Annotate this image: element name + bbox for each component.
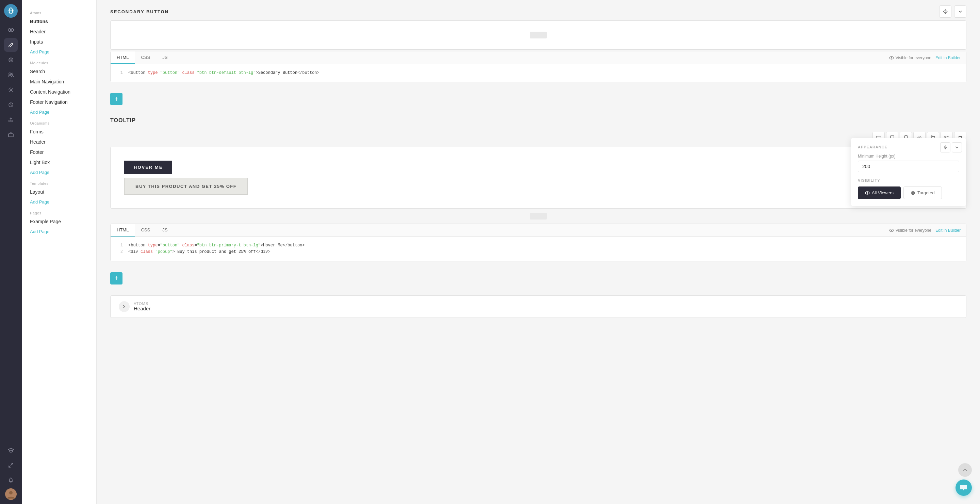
svg-point-28 — [945, 136, 946, 137]
svg-point-35 — [911, 191, 915, 195]
sidebar-item-layout[interactable]: Layout — [22, 187, 96, 197]
sidebar-item-footer-navigation[interactable]: Footer Navigation — [22, 97, 96, 107]
sidebar-item-settings[interactable] — [4, 83, 18, 97]
code-tabs-2: HTML CSS JS Visible for everyone Edit in… — [111, 224, 966, 237]
sidebar-item-example-page[interactable]: Example Page — [22, 216, 96, 227]
pin-button[interactable] — [939, 5, 951, 18]
sidebar-item-header-atom[interactable]: Header — [22, 27, 96, 37]
tab-css-2[interactable]: CSS — [135, 224, 156, 237]
sidebar-item-forms[interactable]: Forms — [22, 127, 96, 137]
tab-js-2[interactable]: JS — [156, 224, 173, 237]
svg-point-38 — [891, 230, 892, 231]
sidebar-item-eye[interactable] — [4, 23, 18, 37]
code-section-tooltip: HTML CSS JS Visible for everyone Edit in… — [110, 224, 966, 261]
add-component-button-1[interactable]: + — [110, 93, 123, 105]
sidebar-item-expand[interactable] — [4, 458, 18, 472]
svg-rect-13 — [8, 134, 13, 137]
sidebar-item-bell[interactable] — [4, 473, 18, 487]
edit-in-builder-link-2[interactable]: Edit in Builder — [935, 228, 966, 233]
svg-point-4 — [10, 29, 12, 31]
sidebar-item-main-navigation[interactable]: Main Navigation — [22, 76, 96, 87]
sidebar-item-lightbox[interactable]: Light Box — [22, 157, 96, 167]
sidebar-item-target[interactable] — [4, 53, 18, 67]
tab-js-1[interactable]: JS — [156, 51, 173, 64]
tooltip-title: TOOLTIP — [110, 118, 966, 124]
secondary-button-preview — [110, 21, 966, 50]
panel-chevron-button[interactable] — [952, 142, 962, 153]
sidebar-item-portfolio[interactable] — [4, 128, 18, 142]
add-component-button-2[interactable]: + — [110, 272, 123, 285]
tab-css-1[interactable]: CSS — [135, 51, 156, 64]
sidebar-add-page-pages[interactable]: Add Page — [22, 227, 96, 237]
preview-divider-2 — [110, 213, 966, 219]
targeted-button[interactable]: Targeted — [904, 186, 942, 199]
code-body-1: 1 <button type="button" class="btn btn-d… — [111, 64, 966, 82]
scroll-top-button[interactable] — [958, 463, 972, 477]
sidebar-item-graduation[interactable] — [4, 444, 18, 457]
svg-point-17 — [9, 491, 13, 494]
page-title: SECONDARY BUTTON — [110, 9, 169, 14]
sidebar-item-footer[interactable]: Footer — [22, 147, 96, 157]
visibility-title: VISIBILITY — [858, 178, 959, 183]
tab-html-2[interactable]: HTML — [111, 224, 135, 237]
sidebar-add-page-molecules[interactable]: Add Page — [22, 107, 96, 117]
atoms-value: Header — [134, 305, 150, 312]
sidebar-add-page-templates[interactable]: Add Page — [22, 197, 96, 207]
tab-html-1[interactable]: HTML — [111, 51, 135, 64]
avatar[interactable] — [5, 488, 17, 500]
svg-point-20 — [891, 57, 892, 59]
top-bar-controls — [939, 5, 966, 18]
sidebar-add-page-atoms[interactable]: Add Page — [22, 47, 96, 57]
popup-banner: BUY THIS PRODUCT AND GET 25% OFF — [124, 178, 248, 195]
sidebar-item-content-navigation[interactable]: Content Navigation — [22, 87, 96, 97]
icon-bar — [0, 0, 22, 504]
app-logo[interactable] — [4, 4, 18, 18]
main-content: SECONDARY BUTTON HTML CSS JS Visible for… — [97, 0, 980, 504]
sidebar-section-organisms: Organisms — [22, 117, 96, 127]
sidebar-item-users[interactable] — [4, 68, 18, 82]
top-bar: SECONDARY BUTTON — [110, 0, 966, 21]
svg-line-30 — [946, 136, 949, 137]
sidebar-section-pages: Pages — [22, 207, 96, 216]
svg-point-7 — [11, 60, 11, 60]
preview-divider-icon-2 — [530, 213, 547, 219]
sidebar-section-molecules: Molecules — [22, 57, 96, 66]
svg-point-9 — [11, 73, 13, 75]
sidebar-item-share[interactable] — [4, 113, 18, 127]
hover-me-button[interactable]: HOVER ME — [124, 161, 172, 174]
add-component-row-1: + — [110, 89, 966, 109]
min-height-input[interactable] — [858, 161, 959, 172]
tooltip-section: TOOLTIP — [110, 118, 966, 219]
all-viewers-button[interactable]: All Viewers — [858, 186, 901, 199]
sidebar-item-header-organism[interactable]: Header — [22, 137, 96, 147]
sidebar-item-edit[interactable] — [4, 38, 18, 52]
sidebar-item-analytics[interactable] — [4, 98, 18, 111]
sidebar-item-buttons[interactable]: Buttons — [22, 16, 96, 27]
line-numbers-2: 1 2 — [116, 242, 123, 255]
sidebar-add-page-organisms[interactable]: Add Page — [22, 167, 96, 177]
panel-controls — [940, 142, 962, 153]
code-content-1: <button type="button" class="btn btn-def… — [128, 70, 961, 76]
chevron-down-button[interactable] — [954, 5, 966, 18]
tooltip-preview: HOVER ME BUY THIS PRODUCT AND GET 25% OF… — [110, 147, 966, 208]
visibility-buttons: All Viewers Targeted — [858, 186, 959, 199]
chat-button[interactable] — [956, 480, 972, 496]
sidebar-section-atoms: Atoms — [22, 7, 96, 16]
visibility-label-1: Visible for everyone — [885, 56, 935, 60]
svg-rect-12 — [9, 120, 13, 122]
sidebar-item-search[interactable]: Search — [22, 66, 96, 76]
edit-in-builder-link-1[interactable]: Edit in Builder — [935, 56, 966, 60]
preview-divider-icon — [530, 32, 547, 38]
atoms-preview-arrow[interactable] — [119, 301, 130, 312]
add-component-row-2: + — [110, 268, 966, 289]
code-section-secondary-button: HTML CSS JS Visible for everyone Edit in… — [110, 51, 966, 82]
icon-bar-bottom — [4, 444, 18, 500]
atoms-preview-info: Atoms Header — [134, 302, 150, 312]
svg-point-34 — [867, 192, 868, 194]
atoms-label: Atoms — [134, 302, 150, 305]
svg-point-36 — [912, 192, 914, 194]
appearance-panel: APPEARANCE Minimum Height (px) VISIBILIT… — [851, 138, 966, 206]
sidebar-item-inputs[interactable]: Inputs — [22, 37, 96, 47]
visibility-label-2: Visible for everyone — [885, 228, 935, 233]
panel-pin-button[interactable] — [940, 142, 950, 153]
